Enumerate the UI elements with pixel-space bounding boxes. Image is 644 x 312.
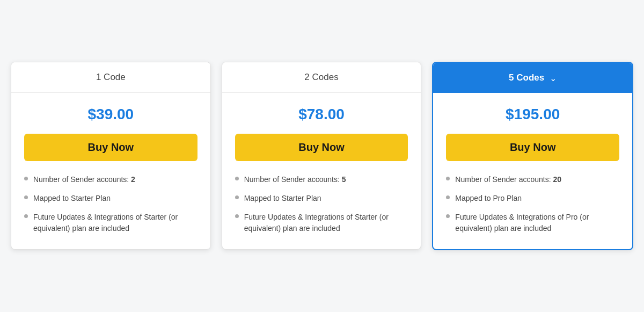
list-item: Mapped to Starter Plan [235,193,408,204]
feature-text-five-codes-1: Mapped to Pro Plan [455,193,522,204]
bullet-icon [446,214,450,218]
feature-text-one-code-2: Future Updates & Integrations of Starter… [33,212,197,234]
price-five-codes: $195.00 [446,106,619,123]
pricing-card-five-codes: 5 Codes⌄$195.00Buy NowNumber of Sender a… [432,62,633,250]
buy-button-five-codes[interactable]: Buy Now [446,134,619,161]
list-item: Future Updates & Integrations of Starter… [235,212,408,234]
bullet-icon [446,177,450,180]
price-two-codes: $78.00 [235,106,408,123]
card-body-one-code: $39.00Buy NowNumber of Sender accounts: … [11,93,210,249]
feature-text-five-codes-0: Number of Sender accounts: 20 [455,174,561,185]
card-body-two-codes: $78.00Buy NowNumber of Sender accounts: … [222,93,421,249]
price-one-code: $39.00 [24,106,197,123]
feature-text-five-codes-2: Future Updates & Integrations of Pro (or… [455,212,619,234]
features-list-two-codes: Number of Sender accounts: 5Mapped to St… [235,174,408,234]
card-title-one-code: 1 Code [96,72,126,82]
bullet-icon [235,195,239,199]
card-header-two-codes: 2 Codes [222,62,421,93]
feature-text-two-codes-2: Future Updates & Integrations of Starter… [244,212,408,234]
list-item: Number of Sender accounts: 20 [446,174,619,185]
features-list-one-code: Number of Sender accounts: 2Mapped to St… [24,174,197,234]
card-header-one-code: 1 Code [11,62,210,93]
feature-text-one-code-1: Mapped to Starter Plan [33,193,111,204]
bullet-icon [235,177,239,180]
card-title-two-codes: 2 Codes [304,72,338,82]
bullet-icon [446,195,450,199]
list-item: Number of Sender accounts: 5 [235,174,408,185]
bullet-icon [24,214,28,218]
bullet-icon [235,214,239,218]
list-item: Future Updates & Integrations of Starter… [24,212,197,234]
feature-text-two-codes-1: Mapped to Starter Plan [244,193,321,204]
features-list-five-codes: Number of Sender accounts: 20Mapped to P… [446,174,619,234]
card-title-five-codes: 5 Codes [509,72,544,83]
buy-button-two-codes[interactable]: Buy Now [235,134,408,161]
feature-text-two-codes-0: Number of Sender accounts: 5 [244,174,346,185]
list-item: Number of Sender accounts: 2 [24,174,197,185]
bullet-icon [24,177,28,180]
list-item: Mapped to Starter Plan [24,193,197,204]
card-body-five-codes: $195.00Buy NowNumber of Sender accounts:… [433,93,632,249]
card-header-five-codes: 5 Codes⌄ [433,63,632,93]
list-item: Future Updates & Integrations of Pro (or… [446,212,619,234]
pricing-card-two-codes: 2 Codes$78.00Buy NowNumber of Sender acc… [222,62,422,250]
feature-text-one-code-0: Number of Sender accounts: 2 [33,174,135,185]
pricing-container: 1 Code$39.00Buy NowNumber of Sender acco… [11,62,633,250]
chevron-down-icon: ⌄ [550,73,557,83]
list-item: Mapped to Pro Plan [446,193,619,204]
bullet-icon [24,195,28,199]
buy-button-one-code[interactable]: Buy Now [24,134,197,161]
pricing-card-one-code: 1 Code$39.00Buy NowNumber of Sender acco… [11,62,211,250]
